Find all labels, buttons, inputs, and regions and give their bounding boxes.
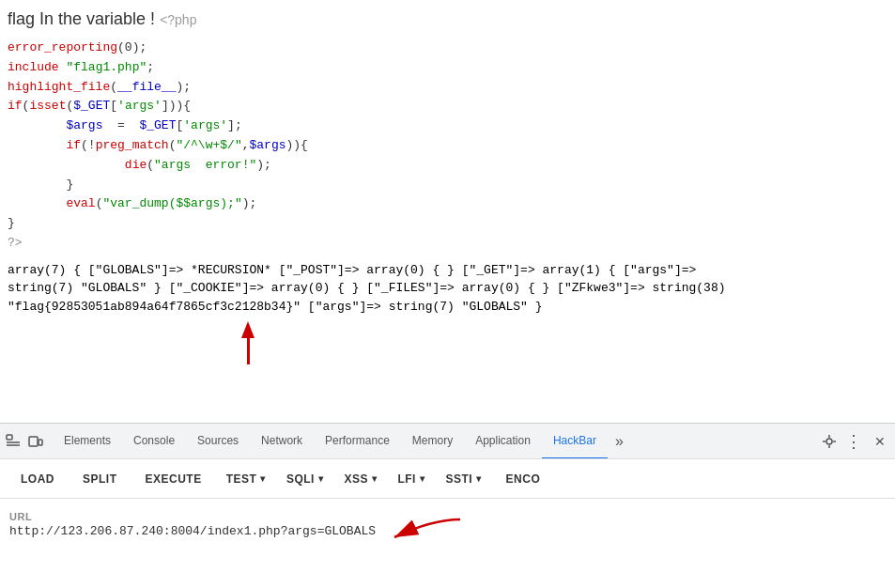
code-line-10: } [8, 214, 887, 234]
split-button[interactable]: SPLIT [69, 467, 131, 491]
arrow-shaft [247, 338, 250, 364]
tab-performance-label: Performance [325, 434, 390, 447]
code-block: error_reporting(0); include "flag1.php";… [8, 39, 887, 254]
device-icon[interactable] [26, 432, 45, 451]
code-line-7: die("args error!"); [8, 156, 887, 176]
code-line-6: if(!preg_match("/^\w+$/",$args)){ [8, 136, 887, 156]
url-arrow-indicator [376, 515, 470, 552]
tab-elements-label: Elements [64, 434, 111, 447]
code-line-9: eval("var_dump($$args);"); [8, 194, 887, 214]
page-title: flag In the variable ! <?php [8, 9, 887, 29]
svg-rect-0 [7, 435, 12, 440]
code-line-3: highlight_file(__file__); [8, 78, 887, 98]
ssti-label: SSTI [445, 472, 472, 486]
tab-sources-label: Sources [197, 434, 239, 447]
test-chevron: ▾ [260, 473, 266, 484]
enco-button[interactable]: ENCO [493, 467, 554, 491]
tab-network-label: Network [261, 434, 302, 447]
load-button[interactable]: LOAD [8, 467, 68, 491]
tab-console[interactable]: Console [122, 424, 186, 459]
code-line-4: if(isset($_GET['args'])){ [8, 97, 887, 116]
tab-more[interactable]: » [608, 427, 631, 456]
main-content: flag In the variable ! <?php error_repor… [0, 0, 895, 423]
arrow-head [241, 321, 255, 338]
svg-rect-3 [29, 437, 38, 446]
code-line-1: error_reporting(0); [8, 39, 887, 58]
test-label: TEST [226, 472, 257, 486]
tab-hackbar[interactable]: HackBar [542, 424, 608, 459]
arrow-indicator [240, 321, 255, 364]
tab-memory[interactable]: Memory [401, 424, 464, 459]
svg-point-5 [826, 439, 832, 444]
tab-performance[interactable]: Performance [314, 424, 401, 459]
hackbar-toolbar: LOAD SPLIT EXECUTE TEST ▾ SQLI ▾ XSS ▾ L… [0, 458, 895, 498]
test-button[interactable]: TEST ▾ [217, 467, 275, 491]
code-line-8: } [8, 176, 887, 195]
output-text: array(7) { ["GLOBALS"]=> *RECURSION* ["_… [8, 261, 887, 317]
dots-menu-icon[interactable]: ⋮ [842, 430, 865, 453]
ssti-chevron: ▾ [476, 473, 482, 484]
sqli-button[interactable]: SQLI ▾ [277, 467, 333, 491]
close-devtools-icon[interactable]: ✕ [869, 430, 891, 453]
tab-elements[interactable]: Elements [53, 424, 122, 459]
xss-label: XSS [344, 472, 368, 486]
php-tag: <?php [160, 12, 196, 27]
xss-chevron: ▾ [372, 473, 378, 484]
devtools-bar: Elements Console Sources Network Perform… [0, 423, 895, 458]
code-line-5: $args = $_GET['args']; [8, 116, 887, 136]
tab-application-label: Application [475, 434, 531, 447]
tab-sources[interactable]: Sources [186, 424, 250, 459]
tab-memory-label: Memory [412, 434, 453, 447]
devtools-icons [4, 432, 45, 451]
close-label: ✕ [874, 434, 886, 449]
tab-console-label: Console [133, 434, 175, 447]
lfi-button[interactable]: LFI ▾ [388, 467, 434, 491]
tab-hackbar-label: HackBar [553, 434, 596, 447]
dots-label: ⋮ [845, 431, 862, 452]
lfi-chevron: ▾ [420, 473, 425, 484]
title-text: flag In the variable ! [8, 9, 155, 28]
url-arrow-svg [376, 515, 470, 549]
code-line-11: ?> [8, 234, 887, 254]
svg-rect-4 [39, 440, 42, 445]
inspect-icon[interactable] [4, 432, 23, 451]
sqli-chevron: ▾ [318, 473, 324, 484]
code-line-2: include "flag1.php"; [8, 58, 887, 78]
execute-button[interactable]: EXECUTE [132, 467, 215, 491]
tab-application[interactable]: Application [464, 424, 542, 459]
tab-network[interactable]: Network [250, 424, 314, 459]
more-label: » [615, 433, 624, 450]
devtools-right-icons: ⋮ ✕ [820, 430, 891, 453]
xss-button[interactable]: XSS ▾ [334, 467, 386, 491]
lfi-label: LFI [397, 472, 416, 486]
settings-icon[interactable] [820, 432, 839, 451]
sqli-label: SQLI [286, 472, 315, 486]
ssti-button[interactable]: SSTI ▾ [436, 467, 490, 491]
